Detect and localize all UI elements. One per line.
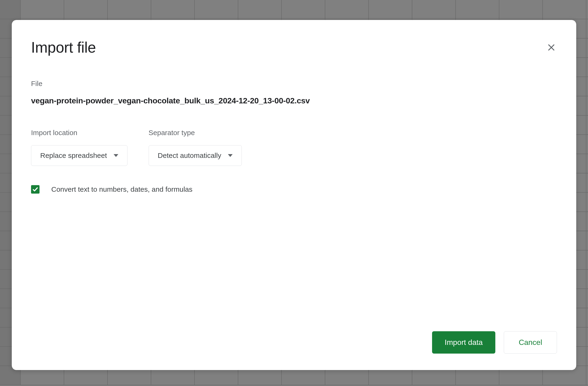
- dialog-header: Import file: [31, 39, 557, 56]
- import-file-dialog: Import file File vegan-protein-powder_ve…: [12, 20, 576, 370]
- dialog-title: Import file: [31, 39, 96, 56]
- convert-checkbox-row: Convert text to numbers, dates, and form…: [31, 185, 557, 193]
- caret-down-icon: [114, 154, 118, 157]
- dialog-actions: Import data Cancel: [432, 331, 557, 354]
- checkmark-icon: [32, 186, 38, 193]
- caret-down-icon: [228, 154, 233, 157]
- convert-checkbox[interactable]: [31, 185, 40, 193]
- import-location-value: Replace spreadsheet: [40, 152, 107, 159]
- convert-checkbox-label: Convert text to numbers, dates, and form…: [51, 185, 192, 193]
- cancel-button[interactable]: Cancel: [504, 331, 557, 354]
- close-icon: [546, 42, 556, 52]
- import-location-column: Import location Replace spreadsheet: [31, 129, 127, 166]
- import-data-button[interactable]: Import data: [432, 331, 496, 354]
- separator-type-dropdown[interactable]: Detect automatically: [149, 145, 242, 166]
- close-button[interactable]: [546, 42, 557, 53]
- import-location-label: Import location: [31, 129, 127, 137]
- separator-type-column: Separator type Detect automatically: [149, 129, 242, 166]
- file-name: vegan-protein-powder_vegan-chocolate_bul…: [31, 96, 557, 105]
- file-label: File: [31, 80, 557, 88]
- import-location-dropdown[interactable]: Replace spreadsheet: [31, 145, 127, 166]
- separator-type-label: Separator type: [149, 129, 242, 137]
- separator-type-value: Detect automatically: [158, 152, 221, 159]
- options-row: Import location Replace spreadsheet Sepa…: [31, 129, 557, 166]
